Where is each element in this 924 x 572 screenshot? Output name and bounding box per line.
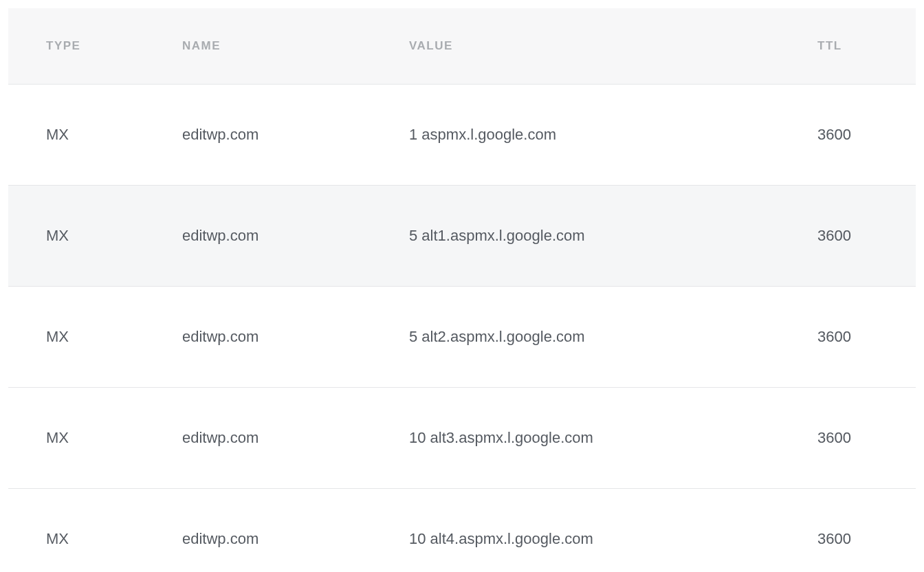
cell-name: editwp.com: [144, 85, 371, 186]
dns-records-table: TYPE NAME VALUE TTL MXeditwp.com1 aspmx.…: [8, 8, 916, 572]
table-row[interactable]: MXeditwp.com1 aspmx.l.google.com3600: [8, 85, 916, 186]
cell-name: editwp.com: [144, 186, 371, 287]
cell-name: editwp.com: [144, 388, 371, 489]
cell-value: 5 alt1.aspmx.l.google.com: [371, 186, 780, 287]
cell-type: MX: [8, 287, 144, 388]
table-body: MXeditwp.com1 aspmx.l.google.com3600MXed…: [8, 85, 916, 573]
cell-type: MX: [8, 388, 144, 489]
header-type: TYPE: [8, 8, 144, 85]
cell-name: editwp.com: [144, 489, 371, 573]
table-row[interactable]: MXeditwp.com10 alt4.aspmx.l.google.com36…: [8, 489, 916, 573]
cell-value: 10 alt4.aspmx.l.google.com: [371, 489, 780, 573]
table-header-row: TYPE NAME VALUE TTL: [8, 8, 916, 85]
cell-ttl: 3600: [780, 388, 916, 489]
header-value: VALUE: [371, 8, 780, 85]
cell-ttl: 3600: [780, 489, 916, 573]
header-ttl: TTL: [780, 8, 916, 85]
table-row[interactable]: MXeditwp.com5 alt1.aspmx.l.google.com360…: [8, 186, 916, 287]
cell-value: 1 aspmx.l.google.com: [371, 85, 780, 186]
cell-name: editwp.com: [144, 287, 371, 388]
header-name: NAME: [144, 8, 371, 85]
cell-ttl: 3600: [780, 287, 916, 388]
cell-type: MX: [8, 85, 144, 186]
cell-value: 10 alt3.aspmx.l.google.com: [371, 388, 780, 489]
table-row[interactable]: MXeditwp.com10 alt3.aspmx.l.google.com36…: [8, 388, 916, 489]
cell-type: MX: [8, 186, 144, 287]
table-row[interactable]: MXeditwp.com5 alt2.aspmx.l.google.com360…: [8, 287, 916, 388]
cell-ttl: 3600: [780, 85, 916, 186]
cell-ttl: 3600: [780, 186, 916, 287]
cell-value: 5 alt2.aspmx.l.google.com: [371, 287, 780, 388]
cell-type: MX: [8, 489, 144, 573]
